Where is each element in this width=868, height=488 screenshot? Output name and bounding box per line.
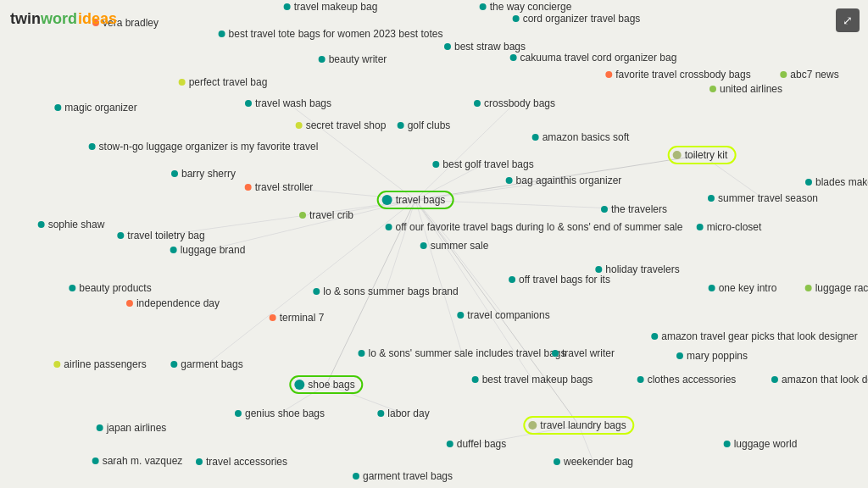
keyword-crossbody-bags[interactable]: crossbody bags [474,97,555,109]
keyword-united-airlines[interactable]: united airlines [709,83,782,95]
keyword-mary-poppins[interactable]: mary poppins [676,350,748,362]
keyword-dot-blades-make [805,179,812,186]
keyword-the-travelers[interactable]: the travelers [601,203,667,215]
keyword-label-cord-organizer: cord organizer travel bags [523,13,641,25]
keyword-labor-day[interactable]: labor day [377,408,429,419]
keyword-lo-sons-summer-sale[interactable]: lo & sons' summer sale includes travel b… [358,347,565,359]
keyword-label-sarah-vazquez: sarah m. vazquez [103,455,183,467]
keyword-garment-travel-bags[interactable]: garment travel bags [353,470,453,482]
keyword-travel-companions[interactable]: travel companions [457,309,549,321]
keyword-label-best-straw-bags: best straw bags [454,41,526,53]
keyword-duffel-bags[interactable]: duffel bags [447,438,507,450]
keyword-luggage-world[interactable]: luggage world [724,438,798,450]
keyword-weekender-bag[interactable]: weekender bag [554,456,633,468]
keyword-magic-organizer[interactable]: magic organizer [54,102,136,114]
svg-line-8 [386,200,415,291]
keyword-best-travel-makeup[interactable]: best travel makeup bags [472,374,593,385]
keyword-cakuuma[interactable]: cakuuma travel cord organizer bag [510,52,677,64]
keyword-dot-luggage-rack [805,285,812,291]
keyword-genius-shoe-bags[interactable]: genius shoe bags [235,408,325,419]
svg-line-5 [415,103,515,200]
keyword-stow-n-go[interactable]: stow-n-go luggage organizer is my favori… [89,141,319,152]
keyword-dot-cord-organizer [513,15,520,22]
keyword-best-straw-bags[interactable]: best straw bags [444,41,526,53]
keyword-secret-travel-shop[interactable]: secret travel shop [296,119,387,131]
keyword-travel-bags[interactable]: travel bags [377,191,454,209]
keyword-label-travel-laundry-bags: travel laundry bags [540,419,626,431]
keyword-dot-independence-day [126,300,133,307]
keyword-best-golf-travel[interactable]: best golf travel bags [432,158,533,170]
expand-button[interactable] [836,8,860,32]
keyword-dot-duffel-bags [447,441,453,447]
keyword-travel-makeup-bag[interactable]: travel makeup bag [284,1,378,13]
keyword-label-mary-poppins: mary poppins [687,350,748,362]
keyword-terminal-7[interactable]: terminal 7 [270,312,325,324]
keyword-dot-barry-sherry [171,170,178,177]
keyword-blades-make[interactable]: blades make [805,176,868,188]
keyword-dot-genius-shoe-bags [235,410,242,417]
keyword-clothes-accessories[interactable]: clothes accessories [637,374,737,385]
keyword-travel-laundry-bags[interactable]: travel laundry bags [523,416,634,435]
keyword-travel-writer[interactable]: travel writer [552,347,615,359]
keyword-summer-travel-season[interactable]: summer travel season [708,192,818,204]
keyword-golf-clubs[interactable]: golf clubs [398,119,451,131]
keyword-dot-shoe-bags [294,380,304,390]
keyword-sophie-shaw[interactable]: sophie shaw [38,219,105,230]
keyword-favorite-crossbody[interactable]: favorite travel crossbody bags [605,69,750,80]
keyword-label-blades-make: blades make [815,176,868,188]
keyword-amazon-that-look[interactable]: amazon that look de [771,374,868,385]
keyword-beauty-writer[interactable]: beauty writer [319,53,387,65]
keyword-label-garment-travel-bags: garment travel bags [363,470,453,482]
keyword-luggage-brand[interactable]: luggage brand [170,244,246,256]
keyword-japan-airlines[interactable]: japan airlines [97,422,167,434]
keyword-label-the-way-concierge: the way concierge [490,1,572,13]
keyword-travel-wash-bags[interactable]: travel wash bags [245,97,331,109]
keyword-label-best-travel-tote: best travel tote bags for women 2023 bes… [229,28,443,40]
keyword-label-sophie-shaw: sophie shaw [48,219,105,230]
keyword-off-travel-bags-for-its[interactable]: off travel bags for its [509,274,610,286]
keyword-amazon-travel-gear[interactable]: amazon travel gear picks that look desig… [651,330,857,342]
keyword-label-one-key-intro: one key intro [719,282,777,294]
keyword-label-favorite-crossbody: favorite travel crossbody bags [615,69,750,80]
keyword-label-weekender-bag: weekender bag [564,456,633,468]
keyword-label-secret-travel-shop: secret travel shop [306,119,387,131]
keyword-garment-bags[interactable]: garment bags [170,358,242,370]
keyword-best-travel-tote[interactable]: best travel tote bags for women 2023 bes… [219,28,443,40]
keyword-off-our-favorite[interactable]: off our favorite travel bags during lo &… [386,221,683,233]
keyword-one-key-intro[interactable]: one key intro [709,282,777,294]
keyword-travel-accessories[interactable]: travel accessories [196,456,287,468]
keyword-cord-organizer[interactable]: cord organizer travel bags [513,13,641,25]
keyword-label-the-travelers: the travelers [611,203,667,215]
keyword-label-bag-againthis: bag againthis organizer [516,175,622,186]
keyword-dot-stow-n-go [89,143,96,150]
keyword-dot-holiday-travelers [595,266,602,273]
keyword-independence-day[interactable]: independence day [126,297,220,309]
keyword-travel-crib[interactable]: travel crib [299,209,353,221]
keyword-beauty-products[interactable]: beauty products [69,282,151,294]
keyword-summer-sale[interactable]: summer sale [420,240,489,252]
keyword-label-amazon-travel-gear: amazon travel gear picks that look desig… [661,330,857,342]
keyword-sarah-vazquez[interactable]: sarah m. vazquez [92,455,183,467]
keyword-barry-sherry[interactable]: barry sherry [171,168,236,180]
keyword-dot-favorite-crossbody [605,71,612,78]
keyword-dot-sophie-shaw [38,221,45,228]
keyword-shoe-bags[interactable]: shoe bags [289,375,363,394]
keyword-perfect-travel-bag[interactable]: perfect travel bag [179,76,268,88]
keyword-label-travel-makeup-bag: travel makeup bag [294,1,378,13]
keyword-travel-stroller[interactable]: travel stroller [245,181,314,193]
keyword-airline-passengers[interactable]: airline passengers [53,358,146,370]
keyword-dot-weekender-bag [554,458,560,465]
keyword-lo-sons-summer[interactable]: lo & sons summer bags brand [313,286,458,297]
keyword-toiletry-kit[interactable]: toiletry kit [668,146,737,164]
keyword-amazon-basics-soft[interactable]: amazon basics soft [532,131,630,143]
keyword-abc7-news[interactable]: abc7 news [780,69,838,80]
keyword-dot-best-golf-travel [432,161,439,168]
keyword-the-way-concierge[interactable]: the way concierge [480,1,572,13]
keyword-luggage-rack[interactable]: luggage rack [805,282,868,294]
keyword-bag-againthis[interactable]: bag againthis organizer [506,175,622,186]
keyword-travel-toiletry-bag[interactable]: travel toiletry bag [117,230,204,241]
keyword-label-crossbody-bags: crossbody bags [484,97,555,109]
keyword-dot-crossbody-bags [474,100,481,107]
keyword-label-best-golf-travel: best golf travel bags [442,158,533,170]
keyword-micro-closet[interactable]: micro-closet [697,221,762,233]
